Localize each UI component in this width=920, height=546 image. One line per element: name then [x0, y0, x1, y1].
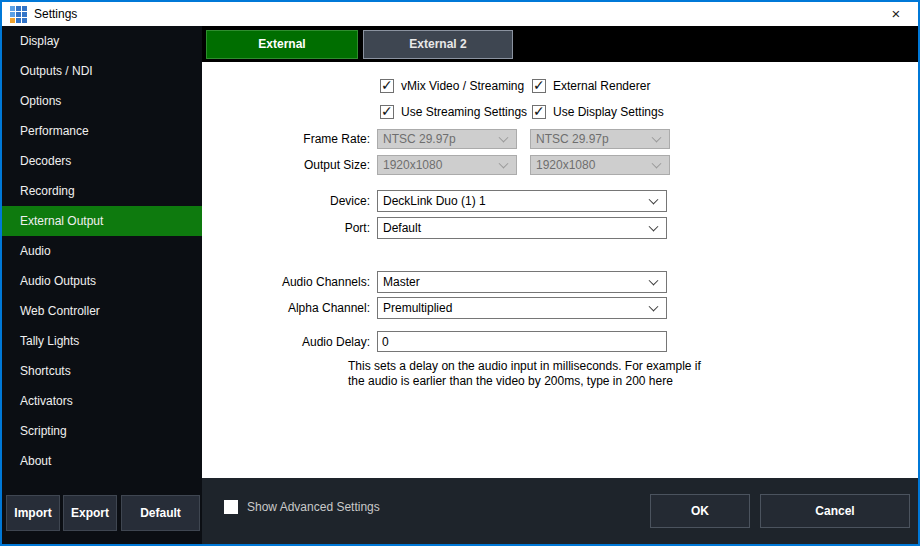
audio-channels-label: Audio Channels: — [202, 275, 370, 289]
close-icon[interactable]: × — [880, 2, 912, 26]
sidebar-item-outputs-ndi[interactable]: Outputs / NDI — [2, 56, 202, 86]
output-size-label: Output Size: — [202, 158, 370, 172]
chevron-down-icon — [652, 159, 662, 169]
output-size-select-2[interactable]: 1920x1080 — [530, 155, 670, 175]
chevron-down-icon — [649, 195, 659, 205]
external-renderer-checkbox[interactable]: External Renderer — [532, 78, 650, 94]
audio-delay-label: Audio Delay: — [202, 335, 370, 349]
export-button[interactable]: Export — [63, 495, 117, 531]
cancel-button[interactable]: Cancel — [760, 494, 910, 528]
sidebar-item-audio[interactable]: Audio — [2, 236, 202, 266]
default-button[interactable]: Default — [121, 495, 200, 531]
vmix-video-streaming-checkbox[interactable]: vMix Video / Streaming — [380, 78, 524, 94]
sidebar-nav: Display Outputs / NDI Options Performanc… — [2, 26, 202, 476]
alpha-channel-value: Premultiplied — [383, 301, 452, 315]
sidebar-item-scripting[interactable]: Scripting — [2, 416, 202, 446]
sidebar-item-about[interactable]: About — [2, 446, 202, 476]
sidebar-item-activators[interactable]: Activators — [2, 386, 202, 416]
chevron-down-icon — [649, 222, 659, 232]
frame-rate-value-1: NTSC 29.97p — [383, 132, 456, 146]
settings-content: vMix Video / Streaming External Renderer… — [202, 62, 918, 478]
output-size-select-1[interactable]: 1920x1080 — [377, 155, 517, 175]
port-select[interactable]: Default — [377, 217, 667, 239]
window-title: Settings — [34, 7, 77, 21]
port-label: Port: — [202, 221, 370, 235]
use-display-settings-label: Use Display Settings — [553, 105, 664, 119]
chevron-down-icon — [649, 302, 659, 312]
use-streaming-settings-checkbox[interactable]: Use Streaming Settings — [380, 104, 527, 120]
external-renderer-label: External Renderer — [553, 79, 650, 93]
checkbox-box-icon[interactable] — [532, 105, 546, 119]
audio-delay-help-line-2: the audio is earlier than the video by 2… — [348, 374, 718, 389]
tab-bar: External External 2 — [202, 26, 918, 62]
alpha-channel-label: Alpha Channel: — [202, 301, 370, 315]
sidebar-item-decoders[interactable]: Decoders — [2, 146, 202, 176]
vmix-video-streaming-label: vMix Video / Streaming — [401, 79, 524, 93]
port-value: Default — [383, 221, 421, 235]
use-display-settings-checkbox[interactable]: Use Display Settings — [532, 104, 664, 120]
alpha-channel-select[interactable]: Premultiplied — [377, 297, 667, 319]
checkbox-box-icon[interactable] — [532, 79, 546, 93]
chevron-down-icon — [499, 159, 509, 169]
frame-rate-select-1[interactable]: NTSC 29.97p — [377, 129, 517, 149]
chevron-down-icon — [652, 133, 662, 143]
audio-delay-input[interactable] — [377, 331, 667, 352]
chevron-down-icon — [499, 133, 509, 143]
frame-rate-value-2: NTSC 29.97p — [536, 132, 609, 146]
checkbox-box-icon[interactable] — [224, 500, 238, 514]
sidebar-buttons: Import Export Default — [2, 495, 202, 531]
footer-bar: Show Advanced Settings OK Cancel — [202, 478, 918, 544]
checkbox-box-icon[interactable] — [380, 105, 394, 119]
device-value: DeckLink Duo (1) 1 — [383, 194, 486, 208]
device-label: Device: — [202, 194, 370, 208]
titlebar: Settings × — [2, 2, 918, 26]
checkbox-row-2: Use Streaming Settings Use Display Setti… — [202, 104, 918, 120]
sidebar-item-display[interactable]: Display — [2, 26, 202, 56]
frame-rate-label: Frame Rate: — [202, 132, 370, 146]
sidebar: Display Outputs / NDI Options Performanc… — [2, 26, 202, 544]
chevron-down-icon — [649, 276, 659, 286]
audio-delay-help: This sets a delay on the audio input in … — [348, 359, 718, 389]
show-advanced-settings-checkbox[interactable]: Show Advanced Settings — [224, 500, 380, 514]
sidebar-item-options[interactable]: Options — [2, 86, 202, 116]
sidebar-item-shortcuts[interactable]: Shortcuts — [2, 356, 202, 386]
device-select[interactable]: DeckLink Duo (1) 1 — [377, 190, 667, 212]
use-streaming-settings-label: Use Streaming Settings — [401, 105, 527, 119]
sidebar-item-audio-outputs[interactable]: Audio Outputs — [2, 266, 202, 296]
frame-rate-select-2[interactable]: NTSC 29.97p — [530, 129, 670, 149]
output-size-value-1: 1920x1080 — [383, 158, 442, 172]
audio-channels-value: Master — [383, 275, 420, 289]
import-button[interactable]: Import — [6, 495, 60, 531]
show-advanced-settings-label: Show Advanced Settings — [247, 500, 380, 514]
sidebar-item-web-controller[interactable]: Web Controller — [2, 296, 202, 326]
ok-button[interactable]: OK — [650, 494, 750, 528]
audio-channels-select[interactable]: Master — [377, 271, 667, 293]
sidebar-item-tally-lights[interactable]: Tally Lights — [2, 326, 202, 356]
vmix-logo-icon — [10, 6, 27, 23]
main-panel: External External 2 vMix Video / Streami… — [202, 26, 918, 544]
checkbox-row-1: vMix Video / Streaming External Renderer — [202, 78, 918, 94]
tab-external-2[interactable]: External 2 — [363, 30, 513, 59]
sidebar-item-performance[interactable]: Performance — [2, 116, 202, 146]
audio-delay-help-line-1: This sets a delay on the audio input in … — [348, 359, 718, 374]
tab-external[interactable]: External — [206, 30, 358, 59]
output-size-value-2: 1920x1080 — [536, 158, 595, 172]
sidebar-item-external-output[interactable]: External Output — [2, 206, 202, 236]
app-body: Display Outputs / NDI Options Performanc… — [2, 26, 918, 544]
settings-window: Settings × Display Outputs / NDI Options… — [0, 0, 920, 546]
checkbox-box-icon[interactable] — [380, 79, 394, 93]
sidebar-item-recording[interactable]: Recording — [2, 176, 202, 206]
